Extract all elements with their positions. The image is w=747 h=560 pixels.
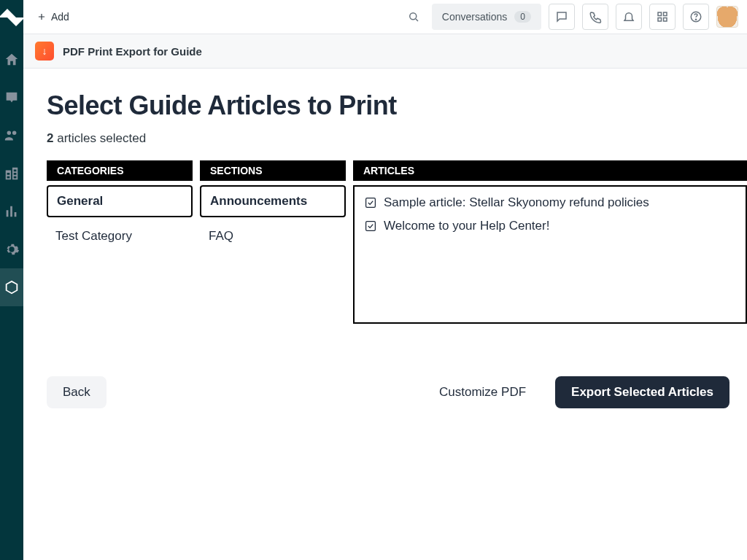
section-item[interactable]: FAQ (200, 222, 346, 251)
back-button[interactable]: Back (47, 376, 107, 408)
chat-icon[interactable] (549, 4, 575, 30)
category-item[interactable]: Test Category (47, 222, 193, 251)
checkbox-checked-icon (365, 220, 376, 232)
sections-column: SECTIONS Announcements FAQ (200, 160, 346, 251)
inbox-icon[interactable] (3, 89, 20, 106)
app-icon (35, 42, 54, 61)
phone-icon[interactable] (582, 4, 608, 30)
svg-rect-8 (366, 222, 376, 231)
topbar: Add Conversations 0 (23, 0, 747, 34)
users-icon[interactable] (3, 127, 20, 144)
selection-count: 2 articles selected (47, 131, 747, 146)
app-title: PDF Print Export for Guide (63, 45, 202, 58)
section-item[interactable]: Announcements (200, 185, 346, 217)
app-header: PDF Print Export for Guide (23, 34, 747, 69)
help-icon[interactable] (683, 4, 709, 30)
sections-header: SECTIONS (200, 160, 346, 181)
add-label: Add (51, 11, 69, 23)
apps-icon[interactable] (3, 279, 20, 296)
nav-rail (0, 0, 23, 560)
brand-logo (3, 9, 20, 26)
bell-icon[interactable] (616, 4, 642, 30)
home-icon[interactable] (3, 51, 20, 69)
article-item[interactable]: Sample article: Stellar Skyonomy refund … (365, 195, 735, 210)
stats-icon[interactable] (3, 203, 20, 220)
article-label: Welcome to your Help Center! (384, 219, 549, 233)
checkbox-checked-icon (365, 197, 376, 209)
page-title: Select Guide Articles to Print (47, 90, 747, 121)
svg-rect-7 (366, 198, 376, 208)
org-icon[interactable] (3, 165, 20, 182)
svg-rect-4 (664, 18, 667, 22)
svg-rect-3 (658, 18, 662, 22)
customize-button[interactable]: Customize PDF (423, 376, 542, 408)
conversations-label: Conversations (442, 11, 508, 23)
svg-point-6 (695, 19, 696, 20)
grid-icon[interactable] (649, 4, 676, 30)
articles-header: ARTICLES (353, 160, 747, 181)
article-item[interactable]: Welcome to your Help Center! (365, 219, 735, 233)
categories-header: CATEGORIES (47, 160, 193, 181)
export-button[interactable]: Export Selected Articles (555, 376, 729, 408)
conversations-pill[interactable]: Conversations 0 (432, 4, 541, 30)
svg-rect-1 (658, 12, 662, 16)
avatar[interactable] (716, 6, 738, 28)
svg-rect-2 (664, 12, 667, 16)
article-label: Sample article: Stellar Skyonomy refund … (384, 195, 649, 210)
conversations-count: 0 (514, 11, 531, 23)
svg-point-0 (410, 13, 417, 20)
add-button[interactable]: Add (32, 8, 74, 26)
footer-actions: Back Customize PDF Export Selected Artic… (47, 376, 747, 408)
search-icon[interactable] (403, 4, 425, 30)
settings-icon[interactable] (3, 241, 20, 258)
articles-column: ARTICLES Sample article: Stellar Skyonom… (353, 160, 747, 324)
category-item[interactable]: General (47, 185, 193, 217)
categories-column: CATEGORIES General Test Category (47, 160, 193, 251)
